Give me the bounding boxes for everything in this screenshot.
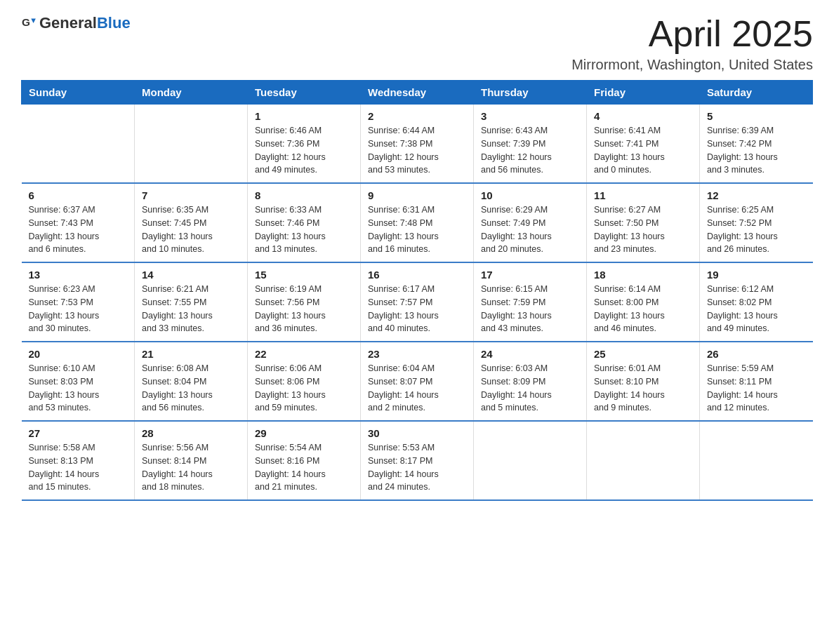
day-info: Sunrise: 6:23 AM Sunset: 7:53 PM Dayligh… <box>29 283 128 335</box>
days-header-row: SundayMondayTuesdayWednesdayThursdayFrid… <box>22 81 813 105</box>
day-info: Sunrise: 6:43 AM Sunset: 7:39 PM Dayligh… <box>481 124 579 177</box>
day-number: 14 <box>142 269 240 281</box>
calendar-cell: 12Sunrise: 6:25 AM Sunset: 7:52 PM Dayli… <box>700 183 813 262</box>
day-number: 11 <box>594 189 692 201</box>
day-number: 3 <box>481 110 579 122</box>
calendar-cell: 5Sunrise: 6:39 AM Sunset: 7:42 PM Daylig… <box>700 105 813 184</box>
calendar-cell: 23Sunrise: 6:04 AM Sunset: 8:07 PM Dayli… <box>361 342 474 421</box>
calendar-cell: 18Sunrise: 6:14 AM Sunset: 8:00 PM Dayli… <box>587 262 700 342</box>
calendar-cell: 30Sunrise: 5:53 AM Sunset: 8:17 PM Dayli… <box>361 421 474 500</box>
calendar-cell: 26Sunrise: 5:59 AM Sunset: 8:11 PM Dayli… <box>700 342 813 421</box>
day-info: Sunrise: 6:33 AM Sunset: 7:46 PM Dayligh… <box>255 203 353 256</box>
day-info: Sunrise: 6:35 AM Sunset: 7:45 PM Dayligh… <box>142 203 240 256</box>
day-info: Sunrise: 6:15 AM Sunset: 7:59 PM Dayligh… <box>481 283 579 335</box>
day-info: Sunrise: 6:06 AM Sunset: 8:06 PM Dayligh… <box>255 362 353 415</box>
logo-icon: G <box>21 15 37 31</box>
day-info: Sunrise: 6:14 AM Sunset: 8:00 PM Dayligh… <box>594 283 692 335</box>
day-header-saturday: Saturday <box>700 81 813 105</box>
day-number: 22 <box>255 348 353 360</box>
day-number: 18 <box>594 269 692 281</box>
day-number: 8 <box>255 189 353 201</box>
calendar-cell: 29Sunrise: 5:54 AM Sunset: 8:16 PM Dayli… <box>248 421 361 500</box>
calendar-cell: 4Sunrise: 6:41 AM Sunset: 7:41 PM Daylig… <box>587 105 700 184</box>
calendar-cell: 11Sunrise: 6:27 AM Sunset: 7:50 PM Dayli… <box>587 183 700 262</box>
day-info: Sunrise: 6:03 AM Sunset: 8:09 PM Dayligh… <box>481 362 579 415</box>
day-info: Sunrise: 5:58 AM Sunset: 8:13 PM Dayligh… <box>29 441 128 494</box>
calendar-cell: 25Sunrise: 6:01 AM Sunset: 8:10 PM Dayli… <box>587 342 700 421</box>
month-title: April 2025 <box>571 14 813 54</box>
day-number: 24 <box>481 348 579 360</box>
day-info: Sunrise: 6:21 AM Sunset: 7:55 PM Dayligh… <box>142 283 240 335</box>
day-number: 6 <box>29 189 128 201</box>
day-number: 13 <box>29 269 128 281</box>
day-info: Sunrise: 6:17 AM Sunset: 7:57 PM Dayligh… <box>368 283 466 335</box>
calendar-cell: 6Sunrise: 6:37 AM Sunset: 7:43 PM Daylig… <box>22 183 135 262</box>
day-info: Sunrise: 6:01 AM Sunset: 8:10 PM Dayligh… <box>594 362 692 415</box>
day-number: 29 <box>255 427 353 439</box>
day-number: 7 <box>142 189 240 201</box>
day-info: Sunrise: 6:44 AM Sunset: 7:38 PM Dayligh… <box>368 124 466 177</box>
header: G GeneralBlue April 2025 Mirrormont, Was… <box>21 14 813 73</box>
day-info: Sunrise: 6:10 AM Sunset: 8:03 PM Dayligh… <box>29 362 128 415</box>
calendar-cell <box>22 105 135 184</box>
week-row-5: 27Sunrise: 5:58 AM Sunset: 8:13 PM Dayli… <box>22 421 813 500</box>
day-header-monday: Monday <box>135 81 248 105</box>
day-info: Sunrise: 6:08 AM Sunset: 8:04 PM Dayligh… <box>142 362 240 415</box>
day-info: Sunrise: 5:56 AM Sunset: 8:14 PM Dayligh… <box>142 441 240 494</box>
calendar-cell: 10Sunrise: 6:29 AM Sunset: 7:49 PM Dayli… <box>474 183 587 262</box>
day-number: 10 <box>481 189 579 201</box>
day-number: 1 <box>255 110 353 122</box>
day-number: 15 <box>255 269 353 281</box>
day-header-thursday: Thursday <box>474 81 587 105</box>
day-number: 17 <box>481 269 579 281</box>
svg-text:G: G <box>22 16 30 28</box>
day-info: Sunrise: 6:25 AM Sunset: 7:52 PM Dayligh… <box>707 203 806 256</box>
calendar-cell: 14Sunrise: 6:21 AM Sunset: 7:55 PM Dayli… <box>135 262 248 342</box>
calendar-cell: 7Sunrise: 6:35 AM Sunset: 7:45 PM Daylig… <box>135 183 248 262</box>
calendar-cell: 13Sunrise: 6:23 AM Sunset: 7:53 PM Dayli… <box>22 262 135 342</box>
location-subtitle: Mirrormont, Washington, United States <box>571 57 813 73</box>
week-row-4: 20Sunrise: 6:10 AM Sunset: 8:03 PM Dayli… <box>22 342 813 421</box>
day-number: 20 <box>29 348 128 360</box>
day-number: 21 <box>142 348 240 360</box>
day-number: 2 <box>368 110 466 122</box>
day-number: 27 <box>29 427 128 439</box>
svg-marker-1 <box>31 18 36 23</box>
calendar-cell: 8Sunrise: 6:33 AM Sunset: 7:46 PM Daylig… <box>248 183 361 262</box>
day-number: 16 <box>368 269 466 281</box>
day-info: Sunrise: 5:59 AM Sunset: 8:11 PM Dayligh… <box>707 362 806 415</box>
day-number: 12 <box>707 189 806 201</box>
calendar-cell: 20Sunrise: 6:10 AM Sunset: 8:03 PM Dayli… <box>22 342 135 421</box>
calendar-cell: 3Sunrise: 6:43 AM Sunset: 7:39 PM Daylig… <box>474 105 587 184</box>
day-number: 25 <box>594 348 692 360</box>
week-row-3: 13Sunrise: 6:23 AM Sunset: 7:53 PM Dayli… <box>22 262 813 342</box>
day-info: Sunrise: 5:53 AM Sunset: 8:17 PM Dayligh… <box>368 441 466 494</box>
day-info: Sunrise: 6:29 AM Sunset: 7:49 PM Dayligh… <box>481 203 579 256</box>
calendar-cell: 24Sunrise: 6:03 AM Sunset: 8:09 PM Dayli… <box>474 342 587 421</box>
calendar-cell <box>700 421 813 500</box>
day-info: Sunrise: 5:54 AM Sunset: 8:16 PM Dayligh… <box>255 441 353 494</box>
calendar-cell: 21Sunrise: 6:08 AM Sunset: 8:04 PM Dayli… <box>135 342 248 421</box>
day-number: 4 <box>594 110 692 122</box>
logo-text-general: General <box>39 14 97 32</box>
calendar-cell: 28Sunrise: 5:56 AM Sunset: 8:14 PM Dayli… <box>135 421 248 500</box>
day-number: 9 <box>368 189 466 201</box>
day-number: 19 <box>707 269 806 281</box>
day-info: Sunrise: 6:39 AM Sunset: 7:42 PM Dayligh… <box>707 124 806 177</box>
logo-text-blue: Blue <box>97 14 131 32</box>
calendar-cell: 17Sunrise: 6:15 AM Sunset: 7:59 PM Dayli… <box>474 262 587 342</box>
calendar-cell: 2Sunrise: 6:44 AM Sunset: 7:38 PM Daylig… <box>361 105 474 184</box>
day-number: 28 <box>142 427 240 439</box>
week-row-1: 1Sunrise: 6:46 AM Sunset: 7:36 PM Daylig… <box>22 105 813 184</box>
calendar-cell: 16Sunrise: 6:17 AM Sunset: 7:57 PM Dayli… <box>361 262 474 342</box>
day-header-wednesday: Wednesday <box>361 81 474 105</box>
calendar-cell: 1Sunrise: 6:46 AM Sunset: 7:36 PM Daylig… <box>248 105 361 184</box>
day-info: Sunrise: 6:04 AM Sunset: 8:07 PM Dayligh… <box>368 362 466 415</box>
day-info: Sunrise: 6:27 AM Sunset: 7:50 PM Dayligh… <box>594 203 692 256</box>
day-number: 30 <box>368 427 466 439</box>
title-area: April 2025 Mirrormont, Washington, Unite… <box>571 14 813 73</box>
calendar-cell <box>474 421 587 500</box>
day-info: Sunrise: 6:31 AM Sunset: 7:48 PM Dayligh… <box>368 203 466 256</box>
day-header-tuesday: Tuesday <box>248 81 361 105</box>
calendar-cell: 22Sunrise: 6:06 AM Sunset: 8:06 PM Dayli… <box>248 342 361 421</box>
